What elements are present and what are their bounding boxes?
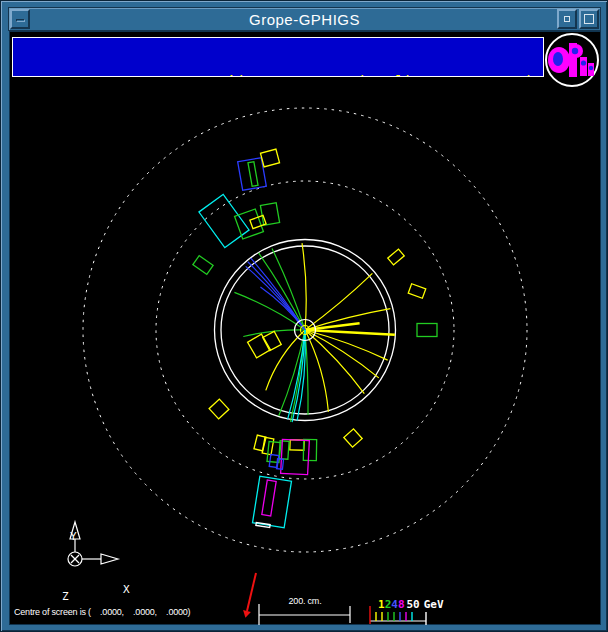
restore-button[interactable] xyxy=(557,9,577,29)
window-title: Grope-GPHIGS xyxy=(9,11,600,28)
energy-legend-entry: 8 xyxy=(398,598,405,611)
app-window: Grope-GPHIGS Run:event 8402: 96872 Ctrk(… xyxy=(0,0,608,632)
energy-legend-labels: 124850GeV xyxy=(378,598,444,611)
energy-legend-entry: GeV xyxy=(424,598,444,611)
centre-of-screen-text: Centre of screen is ( .0000, .0000, .000… xyxy=(14,607,190,617)
maximize-button[interactable] xyxy=(579,9,599,29)
energy-legend-entry: 4 xyxy=(391,598,398,611)
titlebar[interactable]: Grope-GPHIGS xyxy=(8,7,601,31)
display-canvas: Run:event 8402: 96872 Ctrk(N= 65 Sump= 9… xyxy=(9,31,601,625)
x-axis-label: X xyxy=(123,583,130,596)
square-icon xyxy=(584,14,594,24)
y-axis-label: Y xyxy=(70,530,77,543)
energy-legend-entry: 50 xyxy=(407,598,420,611)
axis-gizmo-icon xyxy=(68,522,118,566)
iconify-dash-icon xyxy=(16,19,25,22)
energy-legend-entry: 1 xyxy=(378,598,385,611)
small-square-icon xyxy=(564,16,570,22)
scale-bar-label: 200. cm. xyxy=(250,596,360,606)
z-axis-label: Z xyxy=(62,590,69,603)
iconify-button[interactable] xyxy=(10,9,30,29)
energy-legend-entry: 2 xyxy=(385,598,392,611)
scale-bar xyxy=(259,604,350,625)
event-display[interactable] xyxy=(10,32,602,626)
